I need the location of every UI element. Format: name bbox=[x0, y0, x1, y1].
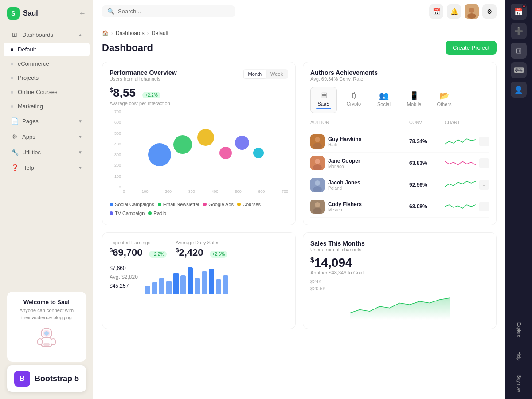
breadcrumb-default[interactable]: Default bbox=[152, 30, 168, 36]
help-label[interactable]: Help bbox=[515, 348, 523, 364]
rp-labels: Explore Help Buy now bbox=[515, 319, 523, 395]
dashboards-arrow: ▲ bbox=[78, 32, 82, 37]
rp-plus-icon[interactable]: ➕ bbox=[511, 23, 527, 39]
author-name-guy: Guy Hawkins bbox=[328, 136, 361, 142]
chart-yaxis: 7006005004003002001000 bbox=[110, 110, 123, 189]
period-toggle: Month Week bbox=[243, 69, 289, 79]
author-location-guy: Haiti bbox=[328, 142, 361, 147]
utilities-icon: 🔧 bbox=[11, 148, 19, 156]
authors-subtitle: Avg. 69.34% Conv. Rate bbox=[310, 76, 378, 82]
expected-earnings-metric: Expected Earnings $69,700 +2.2% bbox=[110, 240, 167, 258]
page-scroller: 🏠 › Dashboards › Default Dashboard Creat… bbox=[93, 23, 505, 399]
sidebar-item-help[interactable]: ❓ Help ▼ bbox=[4, 160, 90, 175]
user-avatar[interactable] bbox=[465, 4, 479, 19]
buy-now-label[interactable]: Buy now bbox=[515, 372, 523, 395]
back-icon[interactable]: ← bbox=[79, 9, 86, 17]
legend-radio: Radio bbox=[148, 211, 166, 216]
bar-8 bbox=[195, 278, 200, 294]
expected-earnings-label: Expected Earnings bbox=[110, 240, 167, 245]
author-chart-guy: → bbox=[445, 136, 489, 147]
dashboard-grid: Performance Overview Users from all chan… bbox=[102, 62, 497, 225]
tab-mobile[interactable]: 📱 Mobile bbox=[401, 87, 427, 113]
tab-saas[interactable]: 🖥 SaaS bbox=[310, 87, 337, 113]
others-icon: 📂 bbox=[439, 91, 449, 101]
chart-area bbox=[123, 110, 288, 189]
rp-calendar-icon[interactable]: 📅 bbox=[511, 4, 527, 20]
sidebar-item-projects[interactable]: Projects bbox=[4, 71, 90, 85]
breadcrumb-dashboards[interactable]: Dashboards bbox=[116, 30, 145, 36]
sidebar-item-pages[interactable]: 📄 Pages ▼ bbox=[4, 113, 90, 129]
pages-icon: 📄 bbox=[11, 117, 19, 125]
svg-point-20 bbox=[315, 202, 320, 207]
view-btn-jane[interactable]: → bbox=[479, 158, 489, 168]
notification-icon[interactable]: 🔔 bbox=[447, 4, 461, 19]
performance-subtitle: Users from all channels bbox=[110, 76, 177, 82]
help-icon: ❓ bbox=[11, 164, 19, 172]
sales-card: Sales This Months Users from all channel… bbox=[303, 232, 497, 329]
daily-badge: +2.6% bbox=[210, 251, 228, 258]
author-chart-cody: → bbox=[445, 201, 489, 212]
view-btn-jacob[interactable]: → bbox=[479, 180, 489, 190]
bubble-email bbox=[173, 135, 192, 154]
author-name-jacob: Jacob Jones bbox=[328, 180, 360, 186]
search-box[interactable]: 🔍 bbox=[102, 5, 235, 17]
sidebar-item-utilities[interactable]: 🔧 Utilities ▼ bbox=[4, 145, 90, 160]
crypto-icon: ₿ bbox=[352, 91, 356, 100]
rp-grid-icon[interactable]: ⊞ bbox=[511, 43, 527, 59]
view-btn-guy[interactable]: → bbox=[479, 137, 489, 146]
sidebar-item-marketing[interactable]: Marketing bbox=[4, 99, 90, 113]
legend-courses: Courses bbox=[237, 202, 261, 207]
bar-5 bbox=[173, 273, 179, 294]
earnings-badge: +2.2% bbox=[149, 251, 167, 258]
sidebar-item-online-courses[interactable]: Online Courses bbox=[4, 85, 90, 99]
view-btn-cody[interactable]: → bbox=[479, 202, 489, 211]
bar-10 bbox=[209, 269, 214, 294]
apps-arrow: ▼ bbox=[78, 134, 82, 139]
bar-2 bbox=[152, 282, 157, 294]
sidebar-item-ecommerce[interactable]: eCommerce bbox=[4, 57, 90, 70]
sidebar-item-default[interactable]: Default bbox=[4, 43, 90, 56]
create-project-button[interactable]: Create Project bbox=[446, 41, 497, 55]
author-avatar-jacob bbox=[310, 178, 325, 192]
apps-icon: ⚙ bbox=[11, 133, 19, 141]
week-toggle-btn[interactable]: Week bbox=[266, 70, 287, 78]
bubble-chart: 7006005004003002001000 bbox=[110, 110, 288, 198]
sidebar-item-dashboards[interactable]: ⊞ Dashboards ▲ bbox=[4, 27, 90, 42]
performance-card: Performance Overview Users from all chan… bbox=[102, 62, 296, 225]
author-location-cody: Mexico bbox=[328, 207, 362, 212]
earnings-content: $7,660 Avg. $2,820 $45,257 bbox=[110, 264, 288, 294]
sales-yaxis: $24K $20.5K bbox=[310, 279, 489, 291]
rp-badge-dot bbox=[522, 4, 526, 8]
sidebar-header: S Saul ← bbox=[0, 0, 93, 23]
svg-rect-3 bbox=[38, 339, 42, 345]
tab-crypto[interactable]: ₿ Crypto bbox=[340, 87, 367, 113]
bar-3 bbox=[159, 278, 164, 294]
bubble-courses bbox=[197, 129, 214, 146]
author-row: Guy Hawkins Haiti 78.34% → bbox=[310, 131, 489, 153]
daily-sales-metric: Average Daily Sales $2,420 +2.6% bbox=[176, 240, 227, 258]
authors-card-header: Authors Achievements Avg. 69.34% Conv. R… bbox=[310, 69, 489, 82]
dashboards-icon: ⊞ bbox=[11, 31, 19, 39]
app-logo: S bbox=[7, 7, 20, 20]
rp-user-icon[interactable]: 👤 bbox=[511, 82, 527, 98]
month-toggle-btn[interactable]: Month bbox=[244, 70, 266, 78]
svg-point-11 bbox=[315, 137, 320, 142]
breadcrumb: 🏠 › Dashboards › Default bbox=[102, 30, 497, 36]
search-input[interactable] bbox=[118, 8, 230, 15]
explore-label[interactable]: Explore bbox=[515, 319, 523, 341]
legend-tv: TV Campaign bbox=[110, 211, 145, 216]
sidebar-item-apps[interactable]: ⚙ Apps ▼ bbox=[4, 129, 90, 144]
topbar-right: 📅 🔔 ⚙ bbox=[429, 4, 497, 19]
bottom-grid: Expected Earnings $69,700 +2.2% Average … bbox=[102, 232, 497, 329]
settings-icon[interactable]: ⚙ bbox=[482, 4, 497, 19]
sales-value-container: $14,094 bbox=[310, 256, 489, 270]
bar-4 bbox=[166, 281, 172, 294]
rp-code-icon[interactable]: ⌨ bbox=[511, 62, 527, 78]
calendar-icon[interactable]: 📅 bbox=[429, 4, 443, 19]
earnings-metrics: Expected Earnings $69,700 +2.2% Average … bbox=[110, 240, 288, 258]
tab-social[interactable]: 👥 Social bbox=[371, 87, 397, 113]
metric-label: Avarage cost per interaction bbox=[110, 101, 288, 106]
svg-point-5 bbox=[44, 331, 49, 336]
tab-others[interactable]: 📂 Others bbox=[431, 87, 458, 113]
sales-chart-area bbox=[310, 293, 489, 321]
